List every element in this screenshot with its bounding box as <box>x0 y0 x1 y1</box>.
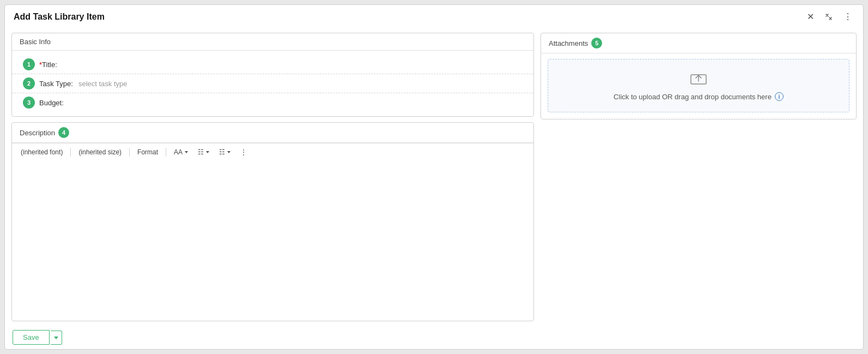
format-button[interactable]: Format <box>134 147 161 158</box>
upload-area[interactable]: Click to upload OR drag and drop documen… <box>548 59 849 112</box>
save-button[interactable]: Save <box>13 330 50 345</box>
list-button[interactable]: ☷ <box>195 147 213 158</box>
toolbar-sep-3 <box>166 148 166 157</box>
required-star: * <box>39 61 42 69</box>
description-label: Description <box>20 129 55 137</box>
task-type-row: 2 Task Type: select task type <box>12 74 533 93</box>
indent-icon: ☷ <box>219 148 225 156</box>
upload-label: Click to upload OR drag and drop documen… <box>614 93 772 101</box>
title-input[interactable] <box>63 61 523 69</box>
title-label: *Title: <box>39 61 57 69</box>
dialog-header: Add Task Library Item ✕ ⋮ <box>5 5 863 28</box>
indent-chevron-icon <box>227 151 230 153</box>
attachments-badge: 5 <box>591 38 602 49</box>
save-dropdown-button[interactable] <box>51 331 62 345</box>
description-editor[interactable] <box>12 161 533 321</box>
add-task-library-dialog: Add Task Library Item ✕ ⋮ Basic Info 1 *… <box>4 4 864 350</box>
indent-button[interactable]: ☷ <box>216 147 234 158</box>
basic-info-section: Basic Info 1 *Title: 2 Task Type: select… <box>11 33 534 117</box>
save-dropdown-chevron-icon <box>54 337 58 339</box>
more-toolbar-button[interactable]: ⋮ <box>237 147 250 158</box>
dialog-body: Basic Info 1 *Title: 2 Task Type: select… <box>5 28 863 326</box>
basic-info-form: 1 *Title: 2 Task Type: select task type … <box>12 51 533 116</box>
left-panel: Basic Info 1 *Title: 2 Task Type: select… <box>11 33 534 321</box>
list-icon: ☷ <box>198 148 204 156</box>
attachments-header: Attachments 5 <box>541 33 856 53</box>
budget-label: Budget: <box>39 99 64 107</box>
header-actions: ✕ ⋮ <box>805 10 854 23</box>
budget-input[interactable] <box>69 99 523 107</box>
minimize-button[interactable] <box>823 12 835 22</box>
basic-info-label: Basic Info <box>20 38 51 46</box>
list-chevron-icon <box>206 151 209 153</box>
attachments-label: Attachments <box>549 39 588 47</box>
title-row: 1 *Title: <box>12 55 533 74</box>
upload-text-row: Click to upload OR drag and drop documen… <box>614 92 784 101</box>
basic-info-header: Basic Info <box>12 33 533 51</box>
editor-toolbar: (inherited font) (inherited size) Format… <box>12 143 533 161</box>
task-type-placeholder[interactable]: select task type <box>78 80 523 88</box>
text-size-button[interactable]: AA <box>171 147 191 158</box>
toolbar-sep-2 <box>129 148 130 157</box>
more-toolbar-icon: ⋮ <box>240 148 247 156</box>
description-section: Description 4 (inherited font) (inherite… <box>11 122 534 321</box>
text-size-chevron-icon <box>185 151 188 153</box>
field-number-1: 1 <box>23 58 35 70</box>
toolbar-sep-1 <box>70 148 71 157</box>
text-size-label: AA <box>174 148 183 156</box>
dialog-title: Add Task Library Item <box>14 12 105 22</box>
field-number-2: 2 <box>23 77 35 89</box>
description-header: Description 4 <box>12 123 533 143</box>
info-icon[interactable]: i <box>775 92 784 101</box>
description-badge: 4 <box>58 127 69 138</box>
upload-icon <box>690 70 707 88</box>
right-panel: Attachments 5 Click to upload OR drag an… <box>541 33 857 321</box>
field-number-3: 3 <box>23 97 35 109</box>
more-options-button[interactable]: ⋮ <box>841 10 854 23</box>
close-button[interactable]: ✕ <box>805 10 816 23</box>
attachments-section: Attachments 5 Click to upload OR drag an… <box>541 33 857 119</box>
budget-row: 3 Budget: <box>12 93 533 112</box>
task-type-label: Task Type: <box>39 80 73 88</box>
font-size-button[interactable]: (inherited size) <box>75 147 125 158</box>
font-family-button[interactable]: (inherited font) <box>17 147 66 158</box>
dialog-footer: Save <box>5 326 863 349</box>
